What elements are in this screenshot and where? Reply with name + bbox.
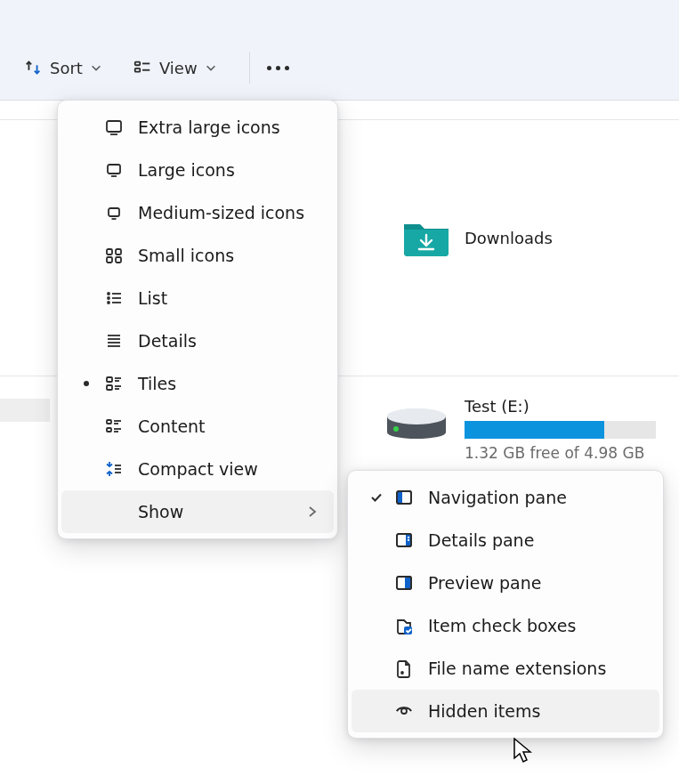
- compact-view-icon: [99, 459, 129, 479]
- menu-item-details-pane[interactable]: Details pane: [348, 519, 663, 562]
- preview-pane-icon: [389, 573, 419, 593]
- menu-item-compact-view[interactable]: Compact view: [58, 448, 337, 490]
- folder-item-downloads[interactable]: Downloads: [402, 219, 553, 256]
- drive-info: Test (E:) 1.32 GB free of 4.98 GB: [465, 397, 669, 462]
- item-check-boxes-icon: [389, 616, 419, 635]
- menu-item-label: Medium-sized icons: [138, 203, 321, 222]
- details-icon: [99, 331, 129, 351]
- mouse-cursor-icon: [513, 737, 532, 764]
- svg-point-56: [401, 672, 403, 674]
- svg-rect-9: [107, 121, 121, 132]
- menu-item-label: Extra large icons: [138, 117, 321, 137]
- svg-rect-35: [107, 420, 111, 424]
- chevron-right-icon: [303, 505, 321, 518]
- folder-label: Downloads: [465, 229, 553, 247]
- menu-item-label: Details pane: [428, 530, 647, 550]
- menu-item-show[interactable]: Show: [61, 490, 334, 533]
- menu-item-preview-pane[interactable]: Preview pane: [348, 562, 663, 604]
- svg-point-7: [387, 408, 446, 424]
- chevron-down-icon: [205, 61, 217, 74]
- menu-item-small-icons[interactable]: Small icons: [58, 234, 337, 277]
- menu-item-content[interactable]: Content: [58, 405, 337, 448]
- medium-icons-icon: [99, 203, 129, 222]
- toolbar: Sort View: [14, 44, 296, 91]
- menu-item-label: Small icons: [138, 246, 321, 265]
- drive-usage-bar: [465, 421, 656, 439]
- svg-rect-32: [107, 385, 112, 390]
- checked-indicator: [74, 381, 99, 386]
- menu-item-label: Tiles: [138, 374, 321, 393]
- menu-item-label: Navigation pane: [428, 488, 647, 507]
- drive-usage-fill: [465, 421, 604, 439]
- sort-icon: [23, 58, 43, 77]
- tiles-icon: [99, 374, 129, 393]
- menu-item-label: List: [138, 288, 321, 308]
- small-icons-icon: [99, 246, 129, 265]
- view-label: View: [159, 59, 198, 77]
- sort-label: Sort: [50, 59, 83, 77]
- svg-rect-15: [107, 249, 112, 255]
- drive-item-test[interactable]: Test (E:) 1.32 GB free of 4.98 GB: [384, 397, 669, 462]
- svg-point-23: [108, 302, 109, 303]
- svg-rect-38: [107, 428, 111, 432]
- svg-rect-16: [116, 249, 121, 255]
- checkmark-icon: [364, 490, 389, 505]
- view-button[interactable]: View: [124, 53, 226, 83]
- menu-item-tiles[interactable]: Tiles: [58, 362, 337, 405]
- menu-item-label: Item check boxes: [428, 616, 647, 635]
- menu-item-large-icons[interactable]: Large icons: [58, 149, 337, 191]
- menu-item-item-check-boxes[interactable]: Item check boxes: [348, 604, 663, 647]
- toolbar-separator: [249, 52, 250, 84]
- menu-item-file-name-extensions[interactable]: File name extensions: [348, 647, 663, 690]
- row-fragment: [0, 399, 50, 422]
- file-extensions-icon: [389, 659, 419, 678]
- menu-item-label: Content: [138, 416, 321, 436]
- menu-item-extra-large-icons[interactable]: Extra large icons: [58, 106, 337, 149]
- svg-rect-11: [108, 165, 120, 174]
- navigation-pane-icon: [389, 488, 419, 507]
- menu-item-details[interactable]: Details: [58, 319, 337, 362]
- view-icon: [133, 58, 152, 77]
- menu-item-label: Compact view: [138, 459, 321, 479]
- svg-rect-1: [135, 69, 141, 72]
- svg-rect-0: [135, 62, 141, 66]
- hard-drive-icon: [384, 406, 449, 440]
- ribbon-area: Sort View: [0, 0, 679, 101]
- menu-item-hidden-items[interactable]: Hidden items: [352, 690, 659, 732]
- drive-label: Test (E:): [465, 397, 669, 416]
- svg-rect-17: [107, 257, 112, 263]
- menu-item-navigation-pane[interactable]: Navigation pane: [348, 476, 663, 519]
- chevron-down-icon: [90, 61, 102, 74]
- svg-point-19: [108, 293, 109, 295]
- svg-rect-13: [109, 208, 119, 216]
- sort-button[interactable]: Sort: [14, 53, 111, 83]
- drive-free-text: 1.32 GB free of 4.98 GB: [465, 444, 669, 462]
- menu-item-label: Large icons: [138, 160, 321, 180]
- downloads-folder-icon: [402, 219, 450, 256]
- menu-item-list[interactable]: List: [58, 277, 337, 319]
- menu-item-label: Preview pane: [428, 573, 647, 593]
- menu-item-label: Details: [138, 331, 321, 351]
- menu-item-label: File name extensions: [428, 659, 647, 678]
- svg-rect-18: [116, 257, 121, 263]
- svg-rect-29: [107, 377, 112, 382]
- show-submenu: Navigation pane Details pane Preview pan…: [347, 470, 664, 739]
- hidden-items-icon: [389, 701, 419, 721]
- more-options-button[interactable]: [261, 52, 296, 84]
- svg-point-21: [108, 297, 109, 299]
- svg-rect-53: [405, 577, 411, 589]
- svg-point-57: [401, 708, 407, 714]
- content-icon: [99, 416, 129, 436]
- svg-point-8: [393, 426, 399, 432]
- menu-item-label: Show: [138, 502, 303, 521]
- list-icon: [99, 288, 129, 308]
- menu-item-medium-icons[interactable]: Medium-sized icons: [58, 191, 337, 234]
- extra-large-icons-icon: [99, 117, 129, 137]
- menu-item-label: Hidden items: [428, 701, 647, 721]
- view-context-menu: Extra large icons Large icons Medium-siz…: [57, 100, 338, 539]
- details-pane-icon: [389, 530, 419, 550]
- large-icons-icon: [99, 160, 129, 180]
